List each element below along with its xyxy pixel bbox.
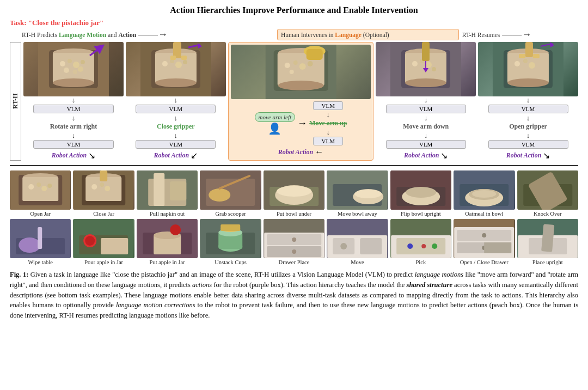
svg-point-88	[354, 190, 382, 198]
page-container: Action Hierarchies Improve Performance a…	[0, 0, 588, 326]
task-img-grab-scooper	[200, 170, 261, 210]
task-img-placeholder-open-jar	[10, 170, 71, 210]
task-item-wipe-table: Wipe table	[10, 219, 71, 265]
svg-point-53	[529, 62, 535, 69]
diagram-col-2: ↓ VLM ↓ Close gripper ↓ VLM Robot Action…	[126, 42, 226, 161]
svg-rect-37	[401, 50, 450, 88]
col4-robot-arrow: ↘	[440, 150, 448, 161]
svg-point-14	[155, 48, 197, 57]
svg-point-139	[432, 243, 437, 249]
svg-point-61	[28, 184, 34, 190]
task-item-oatmeal: Oatmeal in bowl	[454, 170, 514, 217]
col5-arrow1: ↓	[526, 96, 530, 103]
caption-italic2: actions	[192, 281, 212, 289]
svg-rect-22	[170, 56, 176, 60]
svg-point-138	[421, 244, 426, 248]
task-label: Task: "Close the pistachio jar"	[10, 19, 578, 27]
task-img-placeholder-wipe-table	[10, 219, 71, 258]
svg-rect-104	[38, 227, 42, 249]
svg-point-34	[304, 46, 326, 57]
svg-point-40	[405, 78, 446, 87]
col2-vlm1: VLM	[136, 105, 216, 113]
col3-image	[231, 45, 371, 99]
task-caption-pull-napkin: Pull napkin out	[150, 211, 185, 217]
task-img-placeholder-knock-over	[517, 170, 578, 210]
col3-arrow2: ↓	[326, 129, 330, 136]
svg-point-70	[100, 182, 105, 187]
phase3-arrow: ——→	[502, 29, 531, 40]
task-img-placeholder-drawer-place	[264, 219, 324, 258]
svg-rect-55	[519, 54, 525, 58]
col3-intervene-row: move arm left 👤 → VLM ↓ Move arm up ↓ VL…	[255, 100, 347, 147]
svg-point-69	[92, 184, 97, 190]
task-img-unstack-cups	[200, 219, 261, 258]
fig-label: Fig. 1:	[10, 271, 28, 278]
task-grid: Open Jar Close Jar Pull napkin out	[10, 170, 578, 265]
col1-image	[23, 42, 124, 96]
svg-point-97	[472, 190, 496, 198]
task-caption-move: Move	[351, 259, 364, 265]
svg-point-41	[412, 61, 418, 66]
col4-vlm2: VLM	[386, 140, 466, 149]
col4-action: Move arm down	[403, 123, 449, 131]
col4-vlm1: VLM	[386, 105, 466, 113]
task-img-pick	[390, 219, 451, 258]
svg-point-126	[292, 237, 296, 242]
col4-robot-action: Robot Action ↘	[404, 150, 448, 161]
task-grid-row1: Open Jar Close Jar Pull napkin out	[10, 170, 578, 217]
svg-rect-15	[155, 53, 197, 83]
col1-robot-action: Robot Action ↘	[52, 150, 96, 161]
task-img-placeholder-move-bowl-away	[327, 170, 388, 210]
svg-point-132	[340, 243, 347, 249]
svg-point-6	[68, 59, 72, 63]
task-caption-knock-over: Knock Over	[534, 211, 562, 217]
task-img-put-apple	[137, 219, 198, 258]
caption-italic1: language motions	[415, 271, 464, 278]
caption-text3: for the robot (purple box). This action …	[212, 281, 406, 289]
svg-point-29	[285, 63, 290, 68]
col5-arrow3: ↓	[526, 132, 530, 139]
svg-rect-49	[507, 53, 549, 83]
task-img-pull-napkin	[137, 170, 198, 210]
col1-arrow1: ↓	[72, 96, 76, 103]
task-caption-put-apple: Put apple in Jar	[150, 259, 185, 265]
col3-robot-arrow: ←	[315, 147, 323, 157]
task-item-flip-bowl: Flip bowl upright	[390, 170, 451, 217]
phase3-header: RT-H Resumes ——→	[462, 29, 578, 40]
col2-action: Close gripper	[157, 123, 195, 131]
task-caption-pour-apple: Pour apple in Jar	[84, 259, 123, 265]
col4-arrow3: ↓	[424, 132, 428, 139]
task-caption-unstack-cups: Unstack Cups	[215, 259, 247, 265]
col1-action: Rotate arm right	[50, 123, 97, 131]
col4-image	[376, 42, 476, 96]
task-item-put-apple: Put apple in Jar	[137, 219, 198, 265]
col1-arrow2: ↓	[72, 114, 76, 121]
svg-point-33	[290, 70, 294, 74]
svg-rect-76	[170, 181, 186, 200]
task-item-drawer-place: Drawer Place	[264, 219, 324, 265]
figure-caption: Fig. 1: Given a task in language like "c…	[10, 270, 578, 321]
svg-point-16	[155, 78, 197, 87]
svg-point-103	[19, 237, 40, 253]
task-img-placeholder-put-bowl-under	[264, 170, 324, 210]
svg-point-9	[64, 68, 69, 73]
col2-arrow1: ↓	[174, 96, 178, 103]
svg-rect-136	[396, 238, 445, 254]
caption-bolditalic1: shared structure	[407, 281, 452, 289]
diagram-col-4: ↓ VLM ↓ Move arm down ↓ VLM Robot Action…	[376, 42, 476, 161]
svg-rect-0	[38, 42, 109, 96]
caption-italic3: language motion corrections	[116, 301, 195, 309]
col3-action: Move arm up	[309, 119, 347, 127]
col5-vlm2: VLM	[488, 140, 568, 149]
task-caption-put-bowl-under: Put bowl under	[277, 211, 311, 217]
svg-rect-133	[360, 238, 382, 254]
col3-connect-arrow: →	[297, 118, 307, 129]
col4-arrow1: ↓	[424, 96, 428, 103]
svg-point-11	[78, 66, 83, 72]
svg-rect-72	[100, 170, 108, 181]
svg-point-42	[420, 59, 424, 63]
phases-header: RT-H Predicts Language Motion and Action…	[10, 29, 578, 40]
col5-robot-action-text: Robot Action	[506, 151, 542, 160]
phase1-arrow: ——→	[138, 29, 168, 40]
svg-point-10	[73, 70, 77, 74]
